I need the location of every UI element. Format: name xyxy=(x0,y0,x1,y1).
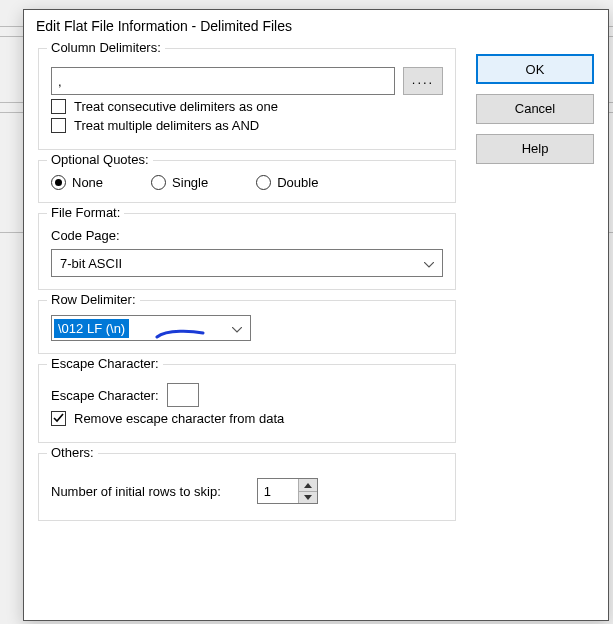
skip-rows-input[interactable] xyxy=(258,479,298,503)
radio-icon xyxy=(151,175,166,190)
code-page-select[interactable]: 7-bit ASCII xyxy=(51,249,443,277)
legend-file-format: File Format: xyxy=(47,205,124,220)
group-file-format: File Format: Code Page: 7-bit ASCII xyxy=(38,213,456,290)
group-escape: Escape Character: Escape Character: Remo… xyxy=(38,364,456,443)
row-delimiter-select[interactable]: \012 LF (\n) xyxy=(51,315,251,341)
cancel-button[interactable]: Cancel xyxy=(476,94,594,124)
legend-escape: Escape Character: xyxy=(47,356,163,371)
legend-others: Others: xyxy=(47,445,98,460)
spinner-down-button[interactable] xyxy=(299,491,317,503)
checkbox-consecutive[interactable]: Treat consecutive delimiters as one xyxy=(51,99,443,114)
group-column-delimiters: Column Delimiters: .... Treat consecutiv… xyxy=(38,48,456,150)
legend-row-delimiter: Row Delimiter: xyxy=(47,292,140,307)
ok-button[interactable]: OK xyxy=(476,54,594,84)
browse-delimiter-button[interactable]: .... xyxy=(403,67,443,95)
radio-double-label: Double xyxy=(277,175,318,190)
checkbox-and-label: Treat multiple delimiters as AND xyxy=(74,118,259,133)
group-row-delimiter: Row Delimiter: \012 LF (\n) xyxy=(38,300,456,354)
group-optional-quotes: Optional Quotes: None Single Double xyxy=(38,160,456,203)
radio-none-label: None xyxy=(72,175,103,190)
skip-rows-spinner[interactable] xyxy=(257,478,318,504)
radio-icon xyxy=(51,175,66,190)
legend-column-delimiters: Column Delimiters: xyxy=(47,40,165,55)
radio-icon xyxy=(256,175,271,190)
escape-field-label: Escape Character: xyxy=(51,388,159,403)
chevron-down-icon xyxy=(424,256,434,271)
dialog: Edit Flat File Information - Delimited F… xyxy=(23,9,609,621)
group-others: Others: Number of initial rows to skip: xyxy=(38,453,456,521)
checkbox-consecutive-label: Treat consecutive delimiters as one xyxy=(74,99,278,114)
spinner-up-button[interactable] xyxy=(299,479,317,491)
escape-character-input[interactable] xyxy=(167,383,199,407)
radio-none[interactable]: None xyxy=(51,175,103,190)
skip-rows-label: Number of initial rows to skip: xyxy=(51,484,221,499)
code-page-label: Code Page: xyxy=(51,228,443,243)
checkbox-and[interactable]: Treat multiple delimiters as AND xyxy=(51,118,443,133)
column-delimiter-input[interactable] xyxy=(51,67,395,95)
radio-double[interactable]: Double xyxy=(256,175,318,190)
annotation-stroke xyxy=(155,327,205,341)
help-button[interactable]: Help xyxy=(476,134,594,164)
checkbox-icon xyxy=(51,99,66,114)
checkbox-remove-escape[interactable]: Remove escape character from data xyxy=(51,411,443,426)
code-page-value: 7-bit ASCII xyxy=(60,256,122,271)
radio-single[interactable]: Single xyxy=(151,175,208,190)
radio-single-label: Single xyxy=(172,175,208,190)
legend-optional-quotes: Optional Quotes: xyxy=(47,152,153,167)
checkbox-remove-escape-label: Remove escape character from data xyxy=(74,411,284,426)
checkbox-icon xyxy=(51,411,66,426)
dialog-title: Edit Flat File Information - Delimited F… xyxy=(24,10,608,44)
row-delimiter-value: \012 LF (\n) xyxy=(54,319,129,338)
chevron-down-icon xyxy=(224,321,250,336)
checkbox-icon xyxy=(51,118,66,133)
